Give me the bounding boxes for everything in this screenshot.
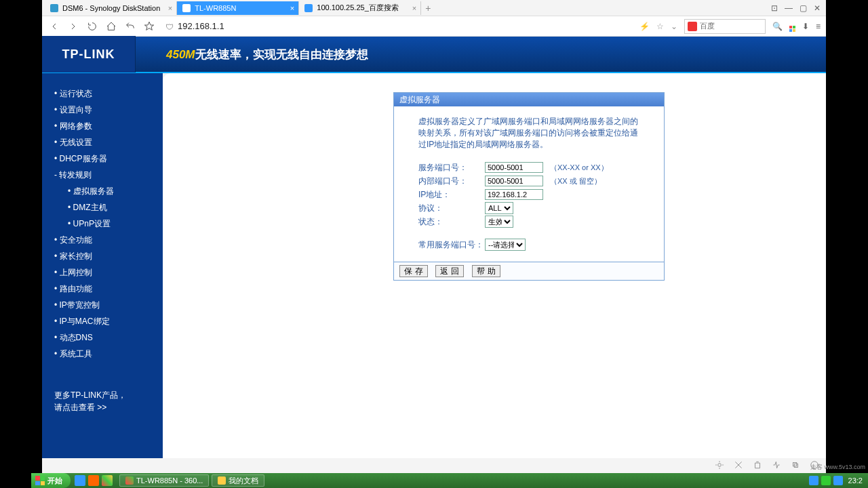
tool-icon-1[interactable] — [715, 460, 724, 472]
firefox-icon[interactable] — [88, 475, 99, 486]
select-common-port[interactable]: --请选择-- — [485, 239, 526, 251]
ie-icon[interactable] — [75, 475, 85, 486]
tray-icon[interactable] — [833, 476, 843, 485]
label-internal-port: 内部端口号： — [418, 176, 485, 187]
menu-security[interactable]: • 安全功能 — [54, 232, 163, 248]
task-icon — [125, 476, 134, 485]
svg-point-0 — [718, 463, 722, 466]
input-service-port[interactable] — [485, 162, 543, 173]
menu-tools[interactable]: • 系统工具 — [54, 346, 163, 362]
tray-icon[interactable] — [809, 476, 818, 485]
windows-taskbar: 开始 TL-WR885N - 360... 我的文档 23:2 — [31, 473, 868, 488]
select-protocol[interactable]: ALL — [485, 202, 513, 214]
browser-tab-0[interactable]: DSM6 - Synology DiskStation × — [45, 1, 177, 15]
chrome-icon[interactable] — [102, 475, 113, 486]
virtual-server-panel: 虚拟服务器 虚拟服务器定义了广域网服务端口和局域网网络服务器之间的映射关系，所有… — [393, 92, 665, 281]
window-maximize-icon[interactable]: ▢ — [800, 3, 807, 13]
panel-description: 虚拟服务器定义了广域网服务端口和局域网网络服务器之间的映射关系，所有对该广域网服… — [418, 116, 639, 150]
svg-rect-1 — [793, 462, 797, 466]
browser-tab-2[interactable]: 100.100.25.25_百度搜索 × — [299, 1, 421, 15]
clock: 23:2 — [848, 476, 863, 485]
undo-button[interactable] — [123, 20, 137, 33]
browser-status-bar — [42, 458, 826, 473]
label-ip: IP地址： — [418, 189, 485, 201]
menu-status[interactable]: • 运行状态 — [54, 85, 163, 102]
flash-icon[interactable]: ⚡ — [639, 22, 650, 31]
save-button[interactable]: 保存 — [399, 265, 428, 277]
panel-footer: 保存 返回 帮助 — [394, 262, 664, 280]
tab-close-icon[interactable]: × — [168, 4, 172, 12]
search-placeholder: 百度 — [700, 21, 715, 31]
address-bar[interactable]: 🛡 192.168.1.1 — [161, 19, 634, 34]
tab-close-icon[interactable]: × — [412, 4, 416, 12]
dropdown-icon[interactable]: ⌄ — [671, 22, 677, 31]
svg-rect-2 — [794, 464, 797, 467]
window-minimize-icon[interactable]: — — [785, 3, 793, 13]
favorite-button[interactable] — [142, 20, 156, 33]
menu-dhcp[interactable]: • DHCP服务器 — [54, 150, 163, 167]
tab-close-icon[interactable]: × — [290, 4, 294, 12]
help-button[interactable]: 帮助 — [472, 265, 500, 277]
menu-upnp[interactable]: • UPnP设置 — [54, 216, 163, 232]
router-header: TP-LINK 450M无线速率，实现无线自由连接梦想 — [42, 37, 826, 73]
taskbar-task-1[interactable]: 我的文档 — [212, 474, 264, 487]
tool-icon-4[interactable] — [772, 460, 781, 472]
input-internal-port[interactable] — [485, 176, 543, 186]
apps-icon[interactable] — [789, 21, 795, 32]
search-icon[interactable]: 🔍 — [772, 22, 783, 31]
home-button[interactable] — [104, 20, 118, 33]
browser-tabs: DSM6 - Synology DiskStation × TL-WR885N … — [42, 0, 826, 16]
select-status[interactable]: 生效 — [485, 216, 513, 228]
menu-ipmac[interactable]: • IP与MAC绑定 — [54, 313, 163, 329]
browser-tab-1[interactable]: TL-WR885N × — [177, 1, 299, 15]
menu-routing[interactable]: • 路由功能 — [54, 281, 163, 297]
back-button[interactable]: 返回 — [435, 265, 464, 277]
back-button[interactable] — [47, 20, 61, 33]
folder-icon — [218, 476, 226, 485]
menu-virtual-server[interactable]: • 虚拟服务器 — [54, 183, 163, 199]
taskbar-task-0[interactable]: TL-WR885N - 360... — [119, 474, 209, 487]
menu-network[interactable]: • 网络参数 — [54, 118, 163, 134]
tool-icon-3[interactable] — [753, 460, 762, 472]
tab-favicon — [182, 4, 191, 12]
address-row: 🛡 192.168.1.1 ⚡ ☆ ⌄ 百度 🔍 ⬇ ≡ — [42, 16, 826, 37]
tab-favicon — [304, 4, 313, 12]
watermark: 走客 www.5v13.com — [810, 463, 865, 472]
new-tab-button[interactable]: + — [421, 1, 435, 15]
logo-text: TP-LINK — [62, 47, 115, 62]
download-icon[interactable]: ⬇ — [802, 22, 809, 31]
tool-icon-2[interactable] — [734, 460, 743, 472]
windows-logo-icon — [35, 476, 45, 485]
menu-access[interactable]: • 上网控制 — [54, 264, 163, 281]
forward-button[interactable] — [66, 20, 80, 33]
content: 虚拟服务器 虚拟服务器定义了广域网服务端口和局域网网络服务器之间的映射关系，所有… — [163, 73, 826, 458]
hint-service-port: （XX-XX or XX） — [550, 163, 608, 173]
tray-icon[interactable] — [821, 476, 831, 485]
menu-bandwidth[interactable]: • IP带宽控制 — [54, 297, 163, 313]
sidebar: • 运行状态 • 设置向导 • 网络参数 • 无线设置 • DHCP服务器 - … — [42, 73, 163, 458]
menu-dmz[interactable]: • DMZ主机 — [54, 199, 163, 216]
more-products[interactable]: 更多TP-LINK产品， 请点击查看 >> — [54, 389, 163, 413]
label-service-port: 服务端口号： — [418, 162, 485, 174]
window-screenshot-icon[interactable]: ⊡ — [771, 3, 778, 13]
star-icon[interactable]: ☆ — [656, 22, 664, 31]
menu-wireless[interactable]: • 无线设置 — [54, 134, 163, 150]
tab-title: DSM6 - Synology DiskStation — [62, 4, 160, 12]
baidu-icon — [688, 22, 697, 31]
menu-parental[interactable]: • 家长控制 — [54, 248, 163, 264]
panel-title: 虚拟服务器 — [394, 93, 664, 106]
start-button[interactable]: 开始 — [31, 473, 71, 488]
menu-ddns[interactable]: • 动态DNS — [54, 329, 163, 346]
window-close-icon[interactable]: ✕ — [814, 3, 821, 13]
reload-button[interactable] — [85, 20, 99, 33]
tab-favicon — [50, 4, 58, 12]
input-ip[interactable] — [485, 189, 543, 200]
browser-window: DSM6 - Synology DiskStation × TL-WR885N … — [42, 0, 826, 473]
search-box[interactable]: 百度 — [684, 19, 766, 34]
menu-wizard[interactable]: • 设置向导 — [54, 102, 163, 118]
tab-title: TL-WR885N — [195, 4, 236, 12]
hint-internal-port: （XX 或 留空） — [550, 176, 601, 186]
menu-forwarding[interactable]: - 转发规则 — [54, 167, 163, 183]
menu-icon[interactable]: ≡ — [816, 22, 821, 31]
tool-icon-5[interactable] — [791, 460, 800, 472]
